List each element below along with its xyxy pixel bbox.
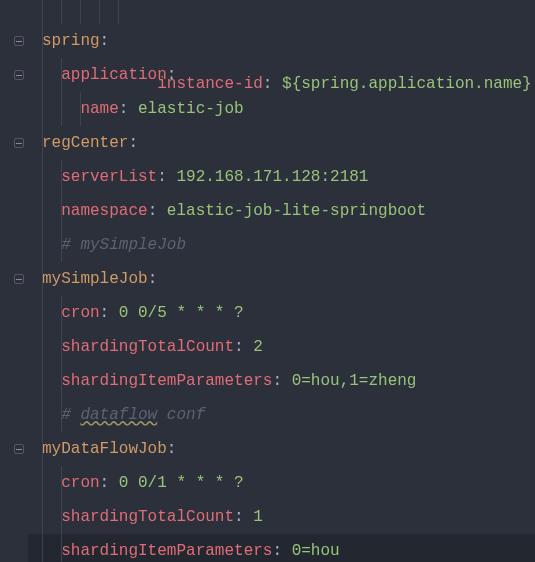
yaml-key: namespace xyxy=(61,202,147,220)
yaml-key: name xyxy=(80,100,118,118)
yaml-value: 0 0/1 * * * ? xyxy=(119,474,244,492)
comment: conf xyxy=(157,406,205,424)
code-line[interactable]: cron: 0 0/1 * * * ? xyxy=(28,466,535,500)
code-editor[interactable]: instance-id: ${spring.application.name} … xyxy=(0,0,535,562)
fold-toggle-icon[interactable] xyxy=(14,444,24,454)
yaml-key: regCenter xyxy=(42,134,128,152)
code-line[interactable]: myDataFlowJob: xyxy=(28,432,535,466)
yaml-key: shardingItemParameters xyxy=(61,372,272,390)
comment-word: dataflow xyxy=(80,406,157,424)
fold-toggle-icon[interactable] xyxy=(14,36,24,46)
fold-toggle-icon[interactable] xyxy=(14,274,24,284)
code-line[interactable]: application: xyxy=(28,58,535,92)
yaml-key: shardingTotalCount xyxy=(61,508,234,526)
yaml-key: cron xyxy=(61,304,99,322)
yaml-value: 2 xyxy=(253,338,263,356)
yaml-key: cron xyxy=(61,474,99,492)
colon: : xyxy=(234,338,253,356)
yaml-key: serverList xyxy=(61,168,157,186)
code-line[interactable]: namespace: elastic-job-lite-springboot xyxy=(28,194,535,228)
yaml-key: spring xyxy=(42,32,100,50)
yaml-key: shardingItemParameters xyxy=(61,542,272,560)
code-line[interactable]: shardingTotalCount: 2 xyxy=(28,330,535,364)
code-line[interactable]: regCenter: xyxy=(28,126,535,160)
fold-toggle-icon[interactable] xyxy=(14,138,24,148)
code-line[interactable]: mySimpleJob: xyxy=(28,262,535,296)
yaml-key: myDataFlowJob xyxy=(42,440,167,458)
yaml-key: shardingTotalCount xyxy=(61,338,234,356)
colon: : xyxy=(148,270,158,288)
yaml-value: 0=hou xyxy=(292,542,340,560)
colon: : xyxy=(100,474,119,492)
colon: : xyxy=(167,66,177,84)
code-line[interactable]: name: elastic-job xyxy=(28,92,535,126)
yaml-value: elastic-job-lite-springboot xyxy=(167,202,426,220)
code-area[interactable]: instance-id: ${spring.application.name} … xyxy=(28,0,535,562)
yaml-value: 1 xyxy=(253,508,263,526)
code-line[interactable]: instance-id: ${spring.application.name} xyxy=(28,0,535,24)
colon: : xyxy=(272,542,291,560)
code-line[interactable]: serverList: 192.168.171.128:2181 xyxy=(28,160,535,194)
yaml-value: elastic-job xyxy=(138,100,244,118)
colon: : xyxy=(167,440,177,458)
colon: : xyxy=(148,202,167,220)
yaml-value: 192.168.171.128:2181 xyxy=(176,168,368,186)
yaml-value: 0 0/5 * * * ? xyxy=(119,304,244,322)
comment: # xyxy=(61,406,80,424)
code-line[interactable]: spring: xyxy=(28,24,535,58)
fold-toggle-icon[interactable] xyxy=(14,70,24,80)
code-line[interactable]: # mySimpleJob xyxy=(28,228,535,262)
yaml-value: 0=hou,1=zheng xyxy=(292,372,417,390)
code-line[interactable]: shardingTotalCount: 1 xyxy=(28,500,535,534)
colon: : xyxy=(157,168,176,186)
code-line[interactable]: shardingItemParameters: 0=hou,1=zheng xyxy=(28,364,535,398)
yaml-key: application xyxy=(61,66,167,84)
colon: : xyxy=(100,304,119,322)
colon: : xyxy=(234,508,253,526)
yaml-key: mySimpleJob xyxy=(42,270,148,288)
code-line[interactable]: shardingItemParameters: 0=hou xyxy=(28,534,535,562)
colon: : xyxy=(272,372,291,390)
colon: : xyxy=(128,134,138,152)
comment: # mySimpleJob xyxy=(61,236,186,254)
colon: : xyxy=(119,100,138,118)
code-line[interactable]: # dataflow conf xyxy=(28,398,535,432)
code-line[interactable]: cron: 0 0/5 * * * ? xyxy=(28,296,535,330)
colon: : xyxy=(100,32,110,50)
